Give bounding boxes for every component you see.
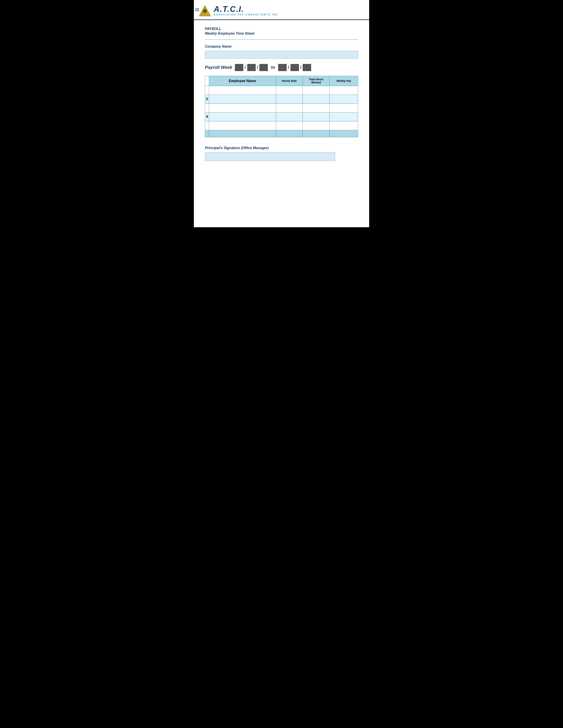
row3-hourly[interactable]: [276, 103, 303, 112]
signature-label: Principal's Signature (Office Manager): [205, 146, 358, 150]
row6-pay[interactable]: [330, 130, 358, 137]
table-row: 2: [205, 95, 358, 103]
row2-pay[interactable]: [330, 95, 358, 103]
payroll-week-end-mm[interactable]: [278, 64, 287, 71]
row4-hours[interactable]: [303, 112, 330, 121]
header-weekly-pay: Weekly Pay: [330, 76, 358, 86]
payroll-week-start-yy[interactable]: [259, 64, 268, 71]
payroll-week-row: Payroll Week / / to / /: [205, 64, 358, 71]
payroll-week-end-yy[interactable]: [303, 64, 311, 71]
row-num-5: [205, 121, 209, 130]
row5-hours[interactable]: [303, 121, 330, 130]
row6-hours[interactable]: [303, 130, 330, 137]
table-row: [205, 121, 358, 130]
company-label: Company Name: [205, 45, 358, 49]
row1-name[interactable]: [209, 86, 276, 95]
row2-hourly[interactable]: [276, 95, 303, 103]
row5-pay[interactable]: [330, 121, 358, 130]
row-num-2: 2: [205, 95, 209, 103]
table-row: 4: [205, 112, 358, 121]
company-name-input[interactable]: [205, 51, 358, 59]
row3-hours[interactable]: [303, 103, 330, 112]
table-row-totals: [205, 130, 358, 137]
table-row: [205, 103, 358, 112]
row4-hourly[interactable]: [276, 112, 303, 121]
row1-hours[interactable]: [303, 86, 330, 95]
payroll-week-start-mm[interactable]: [235, 64, 243, 71]
row-num-3: [205, 103, 209, 112]
doc-title-payroll: PAYROLL: [205, 27, 358, 31]
table-header-row: Employee Name Hourly Rate Total Hours Wo…: [205, 76, 358, 86]
header-hourly-rate: Hourly Rate: [276, 76, 303, 86]
svg-point-2: [204, 10, 205, 12]
payroll-week-end-dd[interactable]: [291, 64, 299, 71]
row3-name[interactable]: [209, 103, 276, 112]
row1-pay[interactable]: [330, 86, 358, 95]
row-num-4: 4: [205, 112, 209, 121]
sep3: /: [288, 65, 289, 70]
signature-section: Principal's Signature (Office Manager): [205, 146, 358, 161]
row6-name[interactable]: [209, 130, 276, 137]
sep2: /: [257, 65, 258, 70]
doc-title: PAYROLL Weekly Employee Time Sheet: [205, 27, 358, 36]
brand-main: A.T.C.I.: [214, 5, 278, 13]
row4-pay[interactable]: [330, 112, 358, 121]
sep1: /: [244, 65, 246, 70]
sep4: /: [300, 65, 302, 70]
header: A.T.C.I. ASSOCIATED TAX CONSULTANTS INC: [194, 0, 369, 20]
payroll-week-start-dd[interactable]: [247, 64, 256, 71]
row-num-6: [205, 130, 209, 137]
row2-name[interactable]: [209, 95, 276, 103]
header-name: Employee Name: [209, 76, 276, 86]
to-text: to: [271, 65, 275, 70]
row-num-1: [205, 86, 209, 95]
timesheet-table: Employee Name Hourly Rate Total Hours Wo…: [205, 76, 358, 137]
row6-hourly[interactable]: [276, 130, 303, 137]
brand: A.T.C.I. ASSOCIATED TAX CONSULTANTS INC: [214, 5, 278, 16]
table-row: [205, 86, 358, 95]
row5-name[interactable]: [209, 121, 276, 130]
row5-hourly[interactable]: [276, 121, 303, 130]
logo: [198, 4, 211, 17]
header-num-col: [205, 76, 209, 86]
row2-hours[interactable]: [303, 95, 330, 103]
payroll-week-label: Payroll Week: [205, 65, 232, 70]
row3-pay[interactable]: [330, 103, 358, 112]
brand-sub: ASSOCIATED TAX CONSULTANTS INC: [214, 13, 278, 16]
page: A.T.C.I. ASSOCIATED TAX CONSULTANTS INC …: [194, 0, 369, 227]
content: PAYROLL Weekly Employee Time Sheet Compa…: [194, 20, 369, 170]
divider: [205, 39, 358, 40]
header-total-hours: Total Hours Worked: [303, 76, 330, 86]
row1-hourly[interactable]: [276, 86, 303, 95]
doc-title-sub: Weekly Employee Time Sheet: [205, 31, 358, 36]
signature-input[interactable]: [205, 152, 335, 161]
row4-name[interactable]: [209, 112, 276, 121]
